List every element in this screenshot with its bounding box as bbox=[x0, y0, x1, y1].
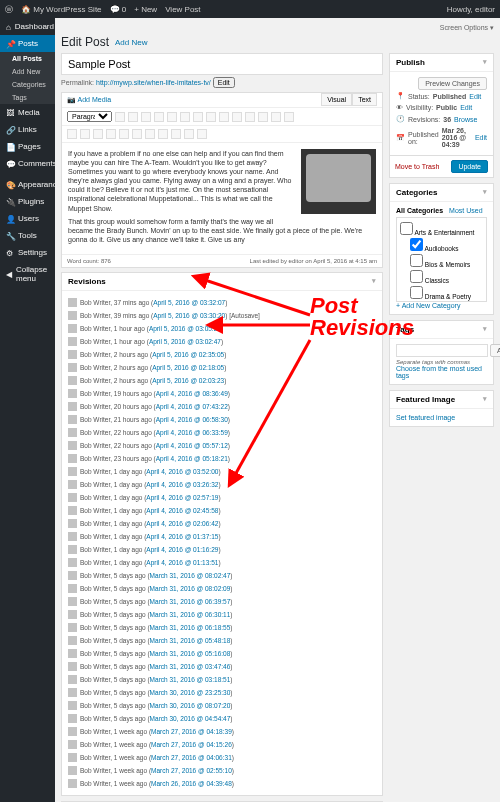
sidebar-item-collapse[interactable]: ◀Collapse menu bbox=[0, 261, 55, 287]
edit-vis-link[interactable]: Edit bbox=[460, 104, 472, 111]
revision-link[interactable]: April 5, 2016 @ 03:32:07 bbox=[153, 299, 225, 306]
view-post-link[interactable]: View Post bbox=[165, 5, 200, 14]
comments-link[interactable]: 💬 0 bbox=[110, 5, 127, 14]
tab-visual[interactable]: Visual bbox=[321, 93, 352, 106]
sidebar-sub-allposts[interactable]: All Posts bbox=[0, 52, 55, 65]
revision-link[interactable]: March 27, 2016 @ 02:55:10 bbox=[151, 767, 232, 774]
browse-rev-link[interactable]: Browse bbox=[454, 116, 477, 123]
revision-link[interactable]: March 31, 2016 @ 06:39:57 bbox=[150, 598, 231, 605]
revision-link[interactable]: April 4, 2016 @ 01:16:29 bbox=[146, 546, 218, 553]
revision-link[interactable]: April 5, 2016 @ 02:03:23 bbox=[152, 377, 224, 384]
help-button[interactable] bbox=[197, 129, 207, 139]
revision-link[interactable]: March 27, 2016 @ 04:18:39 bbox=[151, 728, 232, 735]
sidebar-item-dashboard[interactable]: ⌂Dashboard bbox=[0, 18, 55, 35]
revision-link[interactable]: April 5, 2016 @ 02:35:05 bbox=[152, 351, 224, 358]
sidebar-item-tools[interactable]: 🔧Tools bbox=[0, 227, 55, 244]
quote-button[interactable] bbox=[180, 112, 190, 122]
revision-link[interactable]: March 31, 2016 @ 03:18:51 bbox=[150, 676, 231, 683]
add-media-button[interactable]: 📷 Add Media bbox=[67, 96, 111, 104]
add-tag-button[interactable]: Add bbox=[490, 344, 500, 357]
revision-link[interactable]: March 27, 2016 @ 04:06:31 bbox=[151, 754, 232, 761]
featured-heading[interactable]: Featured Image bbox=[390, 391, 493, 409]
tags-heading[interactable]: Tags bbox=[390, 321, 493, 339]
aligncenter-button[interactable] bbox=[219, 112, 229, 122]
format-select[interactable]: Paragraph bbox=[67, 111, 112, 122]
italic-button[interactable] bbox=[128, 112, 138, 122]
revision-link[interactable]: March 30, 2016 @ 23:25:30 bbox=[150, 689, 231, 696]
permalink-edit-button[interactable]: Edit bbox=[213, 77, 235, 88]
editor-body[interactable]: If you have a problem if no one else can… bbox=[62, 143, 382, 254]
revision-link[interactable]: April 5, 2016 @ 02:18:05 bbox=[152, 364, 224, 371]
revision-link[interactable]: April 4, 2016 @ 03:26:32 bbox=[146, 481, 218, 488]
redo-button[interactable] bbox=[184, 129, 194, 139]
revision-link[interactable]: April 4, 2016 @ 02:06:42 bbox=[146, 520, 218, 527]
sidebar-item-comments[interactable]: 💬Comments bbox=[0, 155, 55, 172]
revision-link[interactable]: April 5, 2016 @ 03:30:20 bbox=[153, 312, 225, 319]
undo-button[interactable] bbox=[171, 129, 181, 139]
clear-button[interactable] bbox=[119, 129, 129, 139]
category-checkbox[interactable]: Arts & Entertainment bbox=[400, 221, 483, 237]
revision-link[interactable]: March 30, 2016 @ 04:54:47 bbox=[150, 715, 231, 722]
underline-button[interactable] bbox=[67, 129, 77, 139]
revision-link[interactable]: April 4, 2016 @ 03:52:00 bbox=[146, 468, 218, 475]
sidebar-sub-categories[interactable]: Categories bbox=[0, 78, 55, 91]
sidebar-item-links[interactable]: 🔗Links bbox=[0, 121, 55, 138]
post-title-input[interactable]: Sample Post bbox=[61, 53, 383, 75]
hr-button[interactable] bbox=[193, 112, 203, 122]
move-trash-link[interactable]: Move to Trash bbox=[395, 163, 439, 170]
alignleft-button[interactable] bbox=[206, 112, 216, 122]
tab-all-categories[interactable]: All Categories bbox=[396, 207, 443, 214]
color-button[interactable] bbox=[93, 129, 103, 139]
site-link[interactable]: 🏠 My WordPress Site bbox=[21, 5, 102, 14]
paste-button[interactable] bbox=[106, 129, 116, 139]
category-checkbox[interactable]: Bios & Memoirs bbox=[400, 253, 483, 269]
sidebar-item-plugins[interactable]: 🔌Plugins bbox=[0, 193, 55, 210]
revision-link[interactable]: April 4, 2016 @ 01:37:15 bbox=[146, 533, 218, 540]
edit-date-link[interactable]: Edit bbox=[475, 134, 487, 141]
revision-link[interactable]: April 4, 2016 @ 02:57:19 bbox=[146, 494, 218, 501]
link-button[interactable] bbox=[245, 112, 255, 122]
revision-link[interactable]: March 31, 2016 @ 06:18:55 bbox=[150, 624, 231, 631]
revision-link[interactable]: April 4, 2016 @ 01:13:51 bbox=[146, 559, 218, 566]
indent-button[interactable] bbox=[158, 129, 168, 139]
permalink-url[interactable]: http://mywp.site/when-life-imitates-tv/ bbox=[96, 79, 211, 86]
sidebar-item-appearance[interactable]: 🎨Appearance bbox=[0, 176, 55, 193]
sidebar-sub-addnew[interactable]: Add New bbox=[0, 65, 55, 78]
outdent-button[interactable] bbox=[145, 129, 155, 139]
revision-link[interactable]: March 31, 2016 @ 06:30:11 bbox=[150, 611, 231, 618]
revision-link[interactable]: April 5, 2016 @ 03:02:47 bbox=[149, 338, 221, 345]
revision-link[interactable]: March 31, 2016 @ 05:48:18 bbox=[150, 637, 231, 644]
revision-link[interactable]: March 31, 2016 @ 03:47:46 bbox=[150, 663, 231, 670]
bold-button[interactable] bbox=[115, 112, 125, 122]
edit-status-link[interactable]: Edit bbox=[469, 93, 481, 100]
toggle-button[interactable] bbox=[284, 112, 294, 122]
revision-link[interactable]: April 4, 2016 @ 06:58:30 bbox=[156, 416, 228, 423]
add-new-link[interactable]: Add New bbox=[115, 38, 147, 47]
ol-button[interactable] bbox=[167, 112, 177, 122]
sidebar-item-settings[interactable]: ⚙Settings bbox=[0, 244, 55, 261]
revisions-heading[interactable]: Revisions bbox=[62, 273, 382, 291]
sidebar-item-media[interactable]: 🖼Media bbox=[0, 104, 55, 121]
screen-options-tab[interactable]: Screen Options ▾ bbox=[61, 24, 494, 32]
update-button[interactable]: Update bbox=[451, 160, 488, 173]
preview-button[interactable]: Preview Changes bbox=[418, 77, 487, 90]
unlink-button[interactable] bbox=[258, 112, 268, 122]
category-checkbox[interactable]: Drama & Poetry bbox=[400, 285, 483, 301]
choose-tags-link[interactable]: Choose from the most used tags bbox=[396, 365, 482, 379]
strike-button[interactable] bbox=[141, 112, 151, 122]
revision-link[interactable]: April 4, 2016 @ 07:43:22 bbox=[156, 403, 228, 410]
revision-link[interactable]: March 31, 2016 @ 05:16:08 bbox=[150, 650, 231, 657]
more-button[interactable] bbox=[271, 112, 281, 122]
category-checkbox[interactable]: Classics bbox=[400, 269, 483, 285]
tags-input[interactable] bbox=[396, 344, 488, 357]
revision-link[interactable]: April 4, 2016 @ 05:57:12 bbox=[156, 442, 228, 449]
revision-link[interactable]: April 5, 2016 @ 03:05:24 bbox=[149, 325, 221, 332]
categories-heading[interactable]: Categories bbox=[390, 184, 493, 202]
ul-button[interactable] bbox=[154, 112, 164, 122]
revision-link[interactable]: March 31, 2016 @ 08:02:47 bbox=[150, 572, 231, 579]
embedded-image[interactable] bbox=[301, 149, 376, 214]
revision-link[interactable]: April 4, 2016 @ 02:45:58 bbox=[146, 507, 218, 514]
tab-most-used[interactable]: Most Used bbox=[449, 207, 482, 214]
sidebar-item-pages[interactable]: 📄Pages bbox=[0, 138, 55, 155]
char-button[interactable] bbox=[132, 129, 142, 139]
